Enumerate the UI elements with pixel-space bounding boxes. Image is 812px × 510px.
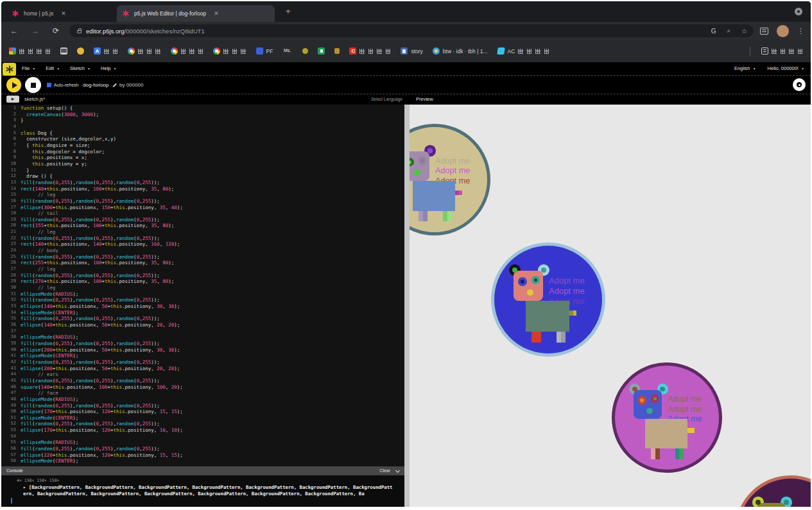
auto-refresh[interactable]: Auto-refresh — [47, 83, 79, 87]
bookmark-item[interactable]: PF — [256, 47, 273, 55]
code-line: 23rect(140+this.positionx, 140+this.posi… — [1, 241, 404, 248]
tab-close-icon[interactable]: ✕ — [61, 10, 66, 17]
dog-part — [413, 181, 455, 211]
code-line: 31ellipseMode(RADIUS); — [1, 291, 404, 298]
url-bar[interactable]: editor.p5js.org/000000/sketches/nzQ8idUT… — [69, 24, 754, 37]
code-line: 6 constructor (size,dogcolor,x,y) — [1, 136, 404, 142]
tab-editor[interactable]: p5.js Web Editor | dog-forloop ✕ — [117, 5, 275, 22]
edit-pencil-icon[interactable] — [113, 83, 117, 87]
bookmark-item[interactable] — [77, 47, 84, 55]
dog-part — [514, 271, 543, 301]
url-domain: editor.p5js.org — [86, 28, 125, 35]
sheets-icon — [318, 47, 325, 55]
language-selector[interactable]: Select Language — [371, 97, 402, 101]
menu-edit[interactable]: Edit ▼ — [46, 65, 60, 71]
file-tab[interactable]: sketch.js* — [24, 96, 45, 102]
code-line: 39fill(random(0,255),random(0,255),rando… — [1, 341, 404, 347]
bookmark-item[interactable] — [302, 48, 308, 54]
bookmark-item[interactable] — [171, 47, 204, 55]
console-clear-button[interactable]: Clear — [379, 466, 390, 475]
tab-home[interactable]: home | p5.js ✕ — [6, 5, 114, 22]
account-menu[interactable]: Hello, 000000! ▼ — [768, 65, 804, 71]
tab-close-icon[interactable]: ✕ — [214, 10, 219, 17]
back-icon[interactable]: ← — [10, 26, 18, 35]
reading-list[interactable] — [761, 47, 803, 55]
translate-icon[interactable]: G — [711, 28, 716, 35]
code-editor[interactable]: 1function setup() {2 createCanvas(3000, … — [1, 105, 404, 466]
forward-icon[interactable]: → — [31, 26, 39, 35]
p5js-favicon — [12, 10, 19, 17]
code-line: 54 — [1, 434, 404, 440]
dog-part — [687, 428, 695, 433]
adopt-me-text: Adopt me — [668, 395, 702, 404]
lock-icon[interactable] — [77, 30, 82, 33]
menu-sketch[interactable]: Sketch ▼ — [70, 65, 91, 71]
menu-file[interactable]: File ▼ — [22, 65, 35, 71]
code-line: 50ellipse(170+this.positionx, 120+this.p… — [1, 409, 404, 415]
stop-button[interactable] — [25, 77, 41, 93]
monitor-icon — [60, 47, 67, 55]
dog-part — [414, 169, 420, 176]
menu-kebab-icon[interactable]: ⋮ — [797, 27, 804, 35]
code-line: 16fill(random(0,255),random(0,255),rando… — [1, 198, 404, 205]
bookmark-item[interactable] — [282, 47, 293, 55]
search-icon[interactable]: ⌕ — [727, 27, 730, 35]
sidebar-panel-icon[interactable] — [760, 28, 768, 35]
google-icon — [171, 47, 178, 55]
dog-part — [527, 289, 533, 296]
tab-bar: home | p5.js ✕ p5.js Web Editor | dog-fo… — [1, 1, 811, 22]
tab-search-icon[interactable] — [795, 8, 802, 15]
auto-refresh-checkbox[interactable] — [47, 83, 51, 87]
bookmark-item[interactable]: story — [401, 47, 422, 55]
dog-part — [410, 160, 411, 164]
menu-help[interactable]: Help ▼ — [101, 65, 116, 71]
sidebar-toggle[interactable]: ▶ — [6, 96, 19, 103]
settings-gear-icon[interactable] — [793, 78, 806, 91]
bookmark-item[interactable]: btw · idk · tbh | 1... — [433, 47, 488, 55]
browser-window: home | p5.js ✕ p5.js Web Editor | dog-fo… — [1, 1, 811, 507]
code-line: 9 this.positionx = x; — [1, 155, 404, 161]
code-line: 40ellipse(200+this.positionx, 50+this.po… — [1, 347, 404, 353]
code-line: 10 this.positiony = y; — [1, 161, 404, 167]
dog-part — [526, 301, 569, 332]
code-line: 36ellipse(140+this.positionx, 50+this.po… — [1, 322, 404, 328]
bookmark-item[interactable] — [318, 47, 325, 55]
google-icon — [128, 47, 135, 55]
code-line: 30 // leg — [1, 285, 404, 291]
profile-avatar[interactable] — [777, 25, 789, 37]
console-meta-line: 4× 150+ 150+ 150+ — [17, 478, 60, 483]
code-line: 18 // tail — [1, 210, 404, 217]
code-line: 4 — [1, 124, 404, 130]
bookmark-item[interactable] — [128, 47, 161, 55]
bookmark-item[interactable] — [60, 47, 67, 55]
bookmark-item[interactable] — [349, 47, 391, 55]
tab-title: home | p5.js — [24, 10, 53, 17]
code-line: 28fill(random(0,255),random(0,255),rando… — [1, 273, 404, 279]
console-header: Console Clear — [1, 466, 404, 475]
p5-logo[interactable] — [3, 63, 16, 76]
code-line: 35fill(random(0,255),random(0,255),rando… — [1, 316, 404, 322]
code-line: 43ellipse(200+this.positionx, 50+this.po… — [1, 366, 404, 372]
pane-divider[interactable] — [404, 105, 410, 507]
dog-group: Adopt meAdopt meAdopt me — [735, 475, 811, 507]
new-tab-button[interactable]: + — [286, 7, 291, 15]
bookmark-star-icon[interactable]: ☆ — [741, 28, 747, 35]
bookmark-item[interactable] — [334, 48, 340, 54]
code-line: 42fill(random(0,255),random(0,255),rando… — [1, 359, 404, 366]
bookmark-item[interactable] — [213, 47, 246, 55]
language-menu[interactable]: English ▼ — [734, 65, 756, 71]
play-button[interactable] — [6, 78, 21, 92]
code-line: 45fill(random(0,255),random(0,255),rando… — [1, 378, 404, 384]
dog-part — [756, 500, 761, 505]
p5-toolbar: Auto-refresh dog-forloop by 000000 — [1, 76, 811, 94]
bookmark-item[interactable] — [9, 47, 51, 55]
console-collapse-icon[interactable] — [395, 468, 400, 473]
bookmark-item[interactable] — [94, 47, 118, 55]
reload-icon[interactable]: ⟳ — [53, 26, 59, 35]
browser-toolbar: ← → ⟳ editor.p5js.org/000000/sketches/nz… — [1, 22, 811, 40]
sketch-title[interactable]: dog-forloop — [83, 82, 117, 88]
bookmark-item[interactable]: AC — [497, 47, 550, 55]
google-icon — [213, 47, 220, 55]
dog-group: Adopt meAdopt meAdopt me — [612, 362, 722, 473]
dog-part — [569, 310, 576, 316]
